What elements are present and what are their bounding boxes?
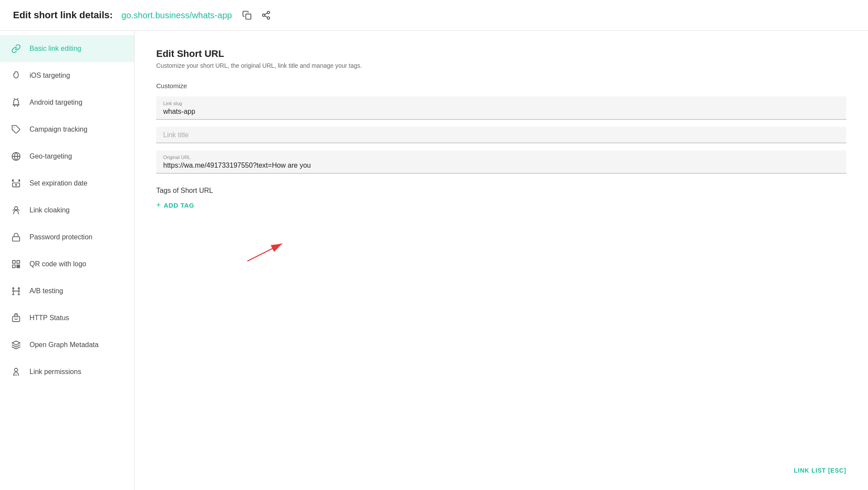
sidebar-label-ab-testing: A/B testing xyxy=(30,287,63,295)
tags-section: Tags of Short URL + ADD TAG xyxy=(156,187,846,210)
top-header: Edit short link details: go.short.busine… xyxy=(0,0,868,31)
svg-rect-20 xyxy=(19,267,20,268)
copy-icon xyxy=(242,10,252,20)
sidebar-label-qr-code-logo: QR code with logo xyxy=(30,260,86,268)
share-icon xyxy=(261,10,271,20)
sidebar-item-geo-targeting[interactable]: Geo-targeting xyxy=(0,143,134,170)
lock-icon xyxy=(10,232,22,243)
permissions-icon xyxy=(10,366,22,377)
sidebar-item-password-protection[interactable]: Password protection xyxy=(0,224,134,251)
header-title: Edit short link details: xyxy=(13,10,113,21)
sidebar-label-link-cloaking: Link cloaking xyxy=(30,206,70,214)
sidebar-item-basic-link-editing[interactable]: Basic link editing xyxy=(0,35,134,62)
sidebar-label-basic-link-editing: Basic link editing xyxy=(30,45,81,53)
sidebar-label-http-status: HTTP Status xyxy=(30,314,69,322)
link-icon xyxy=(10,43,22,54)
main-layout: Basic link editing iOS targeting xyxy=(0,31,868,490)
content-title: Edit Short URL xyxy=(156,48,846,60)
svg-line-5 xyxy=(265,13,267,15)
svg-rect-17 xyxy=(17,261,20,263)
copy-button[interactable] xyxy=(240,9,253,22)
robot-icon xyxy=(10,312,22,324)
svg-marker-29 xyxy=(12,341,20,345)
app-container: Edit short link details: go.short.busine… xyxy=(0,0,868,490)
add-tag-label: ADD TAG xyxy=(164,202,194,209)
svg-point-30 xyxy=(14,368,17,371)
field-group: Link slug Original URL xyxy=(156,96,846,174)
timer-icon xyxy=(10,178,22,189)
link-title-field xyxy=(156,127,846,143)
header-url[interactable]: go.short.business/whats-app xyxy=(122,10,232,20)
link-slug-label: Link slug xyxy=(163,101,839,106)
svg-line-33 xyxy=(247,244,282,261)
tags-title: Tags of Short URL xyxy=(156,187,846,195)
sidebar-item-link-permissions[interactable]: Link permissions xyxy=(0,358,134,385)
globe-icon xyxy=(10,151,22,162)
sidebar-label-password-protection: Password protection xyxy=(30,233,92,241)
sidebar-item-campaign-tracking[interactable]: Campaign tracking xyxy=(0,116,134,143)
svg-rect-0 xyxy=(246,14,251,19)
sidebar-label-open-graph: Open Graph Metadata xyxy=(30,341,99,349)
original-url-field: Original URL xyxy=(156,150,846,174)
customize-label: Customize xyxy=(156,82,846,89)
sidebar-label-set-expiration-date: Set expiration date xyxy=(30,179,87,187)
sidebar-item-android-targeting[interactable]: Android targeting xyxy=(0,89,134,116)
sidebar-label-campaign-tracking: Campaign tracking xyxy=(30,126,87,133)
add-tag-button[interactable]: + ADD TAG xyxy=(156,201,194,210)
sidebar: Basic link editing iOS targeting xyxy=(0,31,135,490)
link-list-button[interactable]: LINK LIST [ESC] xyxy=(794,467,846,474)
sidebar-label-link-permissions: Link permissions xyxy=(30,368,81,376)
svg-rect-16 xyxy=(13,261,15,263)
android-icon xyxy=(10,97,22,108)
svg-rect-15 xyxy=(13,237,20,241)
sidebar-item-http-status[interactable]: HTTP Status xyxy=(0,305,134,331)
plus-icon: + xyxy=(156,201,161,210)
graph-icon xyxy=(10,339,22,351)
svg-line-7 xyxy=(17,99,18,99)
original-url-label: Original URL xyxy=(163,155,839,160)
sidebar-item-qr-code-logo[interactable]: QR code with logo xyxy=(0,251,134,278)
content-area: Edit Short URL Customize your short URL,… xyxy=(135,31,868,490)
sidebar-item-ios-targeting[interactable]: iOS targeting xyxy=(0,62,134,89)
svg-rect-21 xyxy=(17,267,18,268)
sidebar-label-geo-targeting: Geo-targeting xyxy=(30,152,72,160)
cloak-icon xyxy=(10,205,22,216)
tag-icon xyxy=(10,124,22,135)
original-url-input[interactable] xyxy=(163,162,839,169)
svg-line-4 xyxy=(265,16,267,17)
header-icons xyxy=(240,9,273,22)
sidebar-item-open-graph[interactable]: Open Graph Metadata xyxy=(0,331,134,358)
link-slug-field: Link slug xyxy=(156,96,846,120)
svg-rect-22 xyxy=(19,265,20,266)
sidebar-item-set-expiration-date[interactable]: Set expiration date xyxy=(0,170,134,197)
share-button[interactable] xyxy=(260,9,273,22)
sidebar-item-link-cloaking[interactable]: Link cloaking xyxy=(0,197,134,224)
ab-icon xyxy=(10,285,22,297)
svg-line-6 xyxy=(14,99,15,99)
apple-icon xyxy=(10,70,22,81)
svg-rect-18 xyxy=(13,265,15,268)
link-slug-input[interactable] xyxy=(163,108,839,116)
sidebar-item-ab-testing[interactable]: A/B testing xyxy=(0,278,134,305)
sidebar-label-android-targeting: Android targeting xyxy=(30,99,82,106)
sidebar-label-ios-targeting: iOS targeting xyxy=(30,72,70,79)
svg-rect-19 xyxy=(17,265,18,266)
content-subtitle: Customize your short URL, the original U… xyxy=(156,62,846,69)
link-title-input[interactable] xyxy=(163,131,839,139)
qr-icon xyxy=(10,258,22,270)
